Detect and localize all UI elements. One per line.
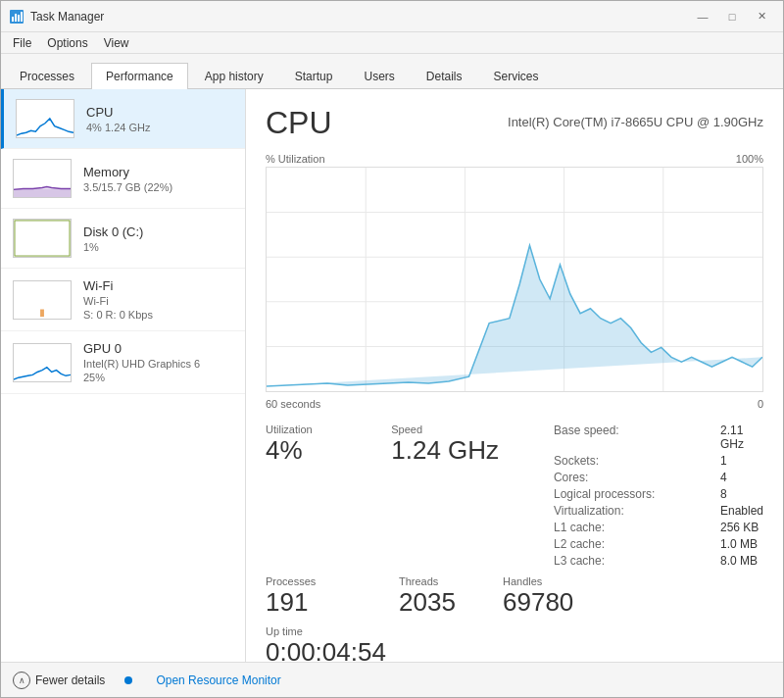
svg-rect-3 <box>18 15 20 22</box>
chevron-icon: ∧ <box>13 672 30 689</box>
cpu-sidebar-info: CPU 4% 1.24 GHz <box>86 105 233 133</box>
tab-processes[interactable]: Processes <box>5 63 89 89</box>
l2-key: L2 cache: <box>554 537 710 551</box>
processes-label: Processes <box>266 575 383 587</box>
gpu-sidebar-title: GPU 0 <box>83 341 233 356</box>
stat-handles: Handles 69780 <box>503 575 601 618</box>
virt-val: Enabled <box>720 504 763 518</box>
fewer-details-label: Fewer details <box>35 673 105 687</box>
logical-key: Logical processors: <box>554 487 710 501</box>
l1-key: L1 cache: <box>554 521 710 534</box>
menu-view[interactable]: View <box>96 34 137 52</box>
chart-y-label: % Utilization <box>266 153 325 165</box>
bottom-bar: ∧ Fewer details Open Resource Monitor <box>1 662 783 697</box>
chart-svg <box>267 168 762 391</box>
title-bar-left: Task Manager <box>9 9 104 25</box>
menu-file[interactable]: File <box>5 34 39 52</box>
disk-thumbnail <box>13 219 72 258</box>
uptime-label: Up time <box>266 625 763 637</box>
cores-val: 4 <box>720 471 763 484</box>
memory-sidebar-info: Memory 3.5/15.7 GB (22%) <box>83 165 233 193</box>
window-title: Task Manager <box>30 10 104 24</box>
stat-processes: Processes 191 <box>266 575 383 618</box>
title-bar: Task Manager — □ ✕ <box>1 1 783 32</box>
cpu-sidebar-subtitle: 4% 1.24 GHz <box>86 122 233 133</box>
cores-key: Cores: <box>554 471 710 484</box>
utilization-value: 4% <box>266 435 375 466</box>
sidebar-item-memory[interactable]: Memory 3.5/15.7 GB (22%) <box>1 149 245 209</box>
wifi-sidebar-subtitle: Wi-Fi <box>83 295 233 307</box>
disk-sidebar-info: Disk 0 (C:) 1% <box>83 224 233 253</box>
stats-row-1: Utilization 4% Speed 1.24 GHz Base speed… <box>266 424 763 568</box>
app-icon <box>9 9 24 25</box>
wifi-sidebar-subtitle2: S: 0 R: 0 Kbps <box>83 309 233 321</box>
info-dot-icon <box>124 676 132 684</box>
memory-sidebar-subtitle: 3.5/15.7 GB (22%) <box>83 181 233 193</box>
cpu-thumbnail <box>16 99 74 138</box>
close-button[interactable]: ✕ <box>748 7 775 26</box>
disk-sidebar-subtitle: 1% <box>83 241 233 253</box>
stat-uptime: Up time 0:00:04:54 <box>266 625 763 662</box>
tab-startup[interactable]: Startup <box>280 63 348 89</box>
fewer-details-button[interactable]: ∧ Fewer details <box>13 672 105 689</box>
stat-speed: Speed 1.24 GHz <box>391 424 538 568</box>
tab-apphistory[interactable]: App history <box>190 63 278 89</box>
sockets-key: Sockets: <box>554 454 710 468</box>
sidebar-item-wifi[interactable]: Wi-Fi Wi-Fi S: 0 R: 0 Kbps <box>1 269 245 331</box>
svg-rect-7 <box>14 188 71 197</box>
svg-rect-8 <box>14 220 71 257</box>
cpu-chart <box>266 167 763 392</box>
svg-rect-1 <box>12 17 14 22</box>
detail-title: CPU <box>266 105 332 141</box>
sidebar-item-disk[interactable]: Disk 0 (C:) 1% <box>1 209 245 269</box>
virt-key: Virtualization: <box>554 504 710 518</box>
tab-details[interactable]: Details <box>412 63 477 89</box>
svg-rect-12 <box>14 344 71 381</box>
tab-performance[interactable]: Performance <box>91 63 188 89</box>
detail-header: CPU Intel(R) Core(TM) i7-8665U CPU @ 1.9… <box>266 105 763 141</box>
l3-val: 8.0 MB <box>720 554 763 568</box>
utilization-label: Utilization <box>266 424 375 435</box>
l2-val: 1.0 MB <box>720 537 763 551</box>
wifi-sidebar-title: Wi-Fi <box>83 278 233 293</box>
detail-panel: CPU Intel(R) Core(TM) i7-8665U CPU @ 1.9… <box>246 89 783 662</box>
maximize-button[interactable]: □ <box>718 7 746 26</box>
chart-x-right: 0 <box>758 398 763 410</box>
uptime-value: 0:00:04:54 <box>266 637 763 662</box>
gpu-sidebar-info: GPU 0 Intel(R) UHD Graphics 6 25% <box>83 341 233 383</box>
svg-rect-2 <box>15 14 17 22</box>
gpu-sidebar-subtitle: Intel(R) UHD Graphics 6 <box>83 358 233 370</box>
svg-rect-4 <box>21 12 23 22</box>
wifi-thumbnail <box>13 280 72 320</box>
threads-label: Threads <box>399 575 487 587</box>
processes-value: 191 <box>266 587 383 618</box>
tab-users[interactable]: Users <box>349 63 409 89</box>
minimize-button[interactable]: — <box>689 7 716 26</box>
open-resource-monitor-link[interactable]: Open Resource Monitor <box>156 673 280 687</box>
sidebar-item-gpu[interactable]: GPU 0 Intel(R) UHD Graphics 6 25% <box>1 331 245 394</box>
chart-label-bottom: 60 seconds 0 <box>266 398 763 410</box>
disk-sidebar-title: Disk 0 (C:) <box>83 224 233 239</box>
speed-value: 1.24 GHz <box>391 435 538 466</box>
gpu-thumbnail <box>13 343 72 382</box>
memory-sidebar-title: Memory <box>83 165 233 179</box>
tab-services[interactable]: Services <box>479 63 554 89</box>
stat-threads: Threads 2035 <box>399 575 487 618</box>
chart-label-top: % Utilization 100% <box>266 153 763 165</box>
svg-rect-11 <box>40 309 44 317</box>
info-grid: Base speed: 2.11 GHz Sockets: 1 Cores: 4… <box>554 424 763 568</box>
sidebar-item-cpu[interactable]: CPU 4% 1.24 GHz <box>1 89 245 149</box>
threads-value: 2035 <box>399 587 487 618</box>
handles-value: 69780 <box>503 587 601 618</box>
gpu-sidebar-subtitle2: 25% <box>83 372 233 383</box>
l1-val: 256 KB <box>720 521 763 534</box>
menu-options[interactable]: Options <box>39 34 95 52</box>
detail-processor: Intel(R) Core(TM) i7-8665U CPU @ 1.90GHz <box>508 105 763 129</box>
speed-label: Speed <box>391 424 538 435</box>
sidebar: CPU 4% 1.24 GHz Memory 3.5/15.7 GB (22%) <box>1 89 246 662</box>
menu-bar: File Options View <box>1 32 783 54</box>
base-speed-val: 2.11 GHz <box>720 424 763 451</box>
handles-label: Handles <box>503 575 601 587</box>
main-content: CPU 4% 1.24 GHz Memory 3.5/15.7 GB (22%) <box>1 89 783 662</box>
l3-key: L3 cache: <box>554 554 710 568</box>
